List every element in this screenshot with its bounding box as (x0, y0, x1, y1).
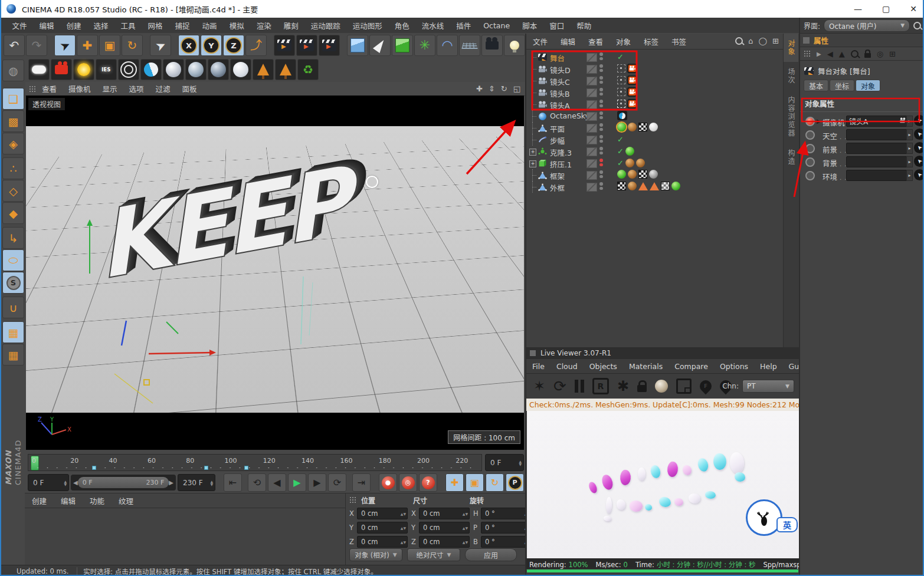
texture-mode-button[interactable]: ▩ (2, 110, 24, 132)
octane-daylight-button[interactable] (73, 59, 94, 80)
octane-ies-light-button[interactable]: IES (96, 59, 117, 80)
layer-color-chip[interactable] (586, 183, 597, 192)
viewport-menu-过滤[interactable]: 过滤 (150, 83, 176, 94)
redo-button[interactable]: ↷ (26, 35, 47, 56)
viewport-navigation-button[interactable]: ⬭ (2, 249, 24, 271)
menu-item-动画[interactable]: 动画 (196, 20, 223, 31)
field-input[interactable]: 0 cm▲▼ (357, 508, 408, 519)
record-keyframe-button[interactable]: ● (379, 473, 397, 492)
z-axis-lock[interactable]: Z (223, 35, 244, 56)
lv-menu-cloud[interactable]: Cloud (551, 362, 584, 371)
octane-live-viewer-button[interactable] (28, 59, 50, 80)
menu-item-创建[interactable]: 创建 (60, 20, 87, 31)
scale-tool[interactable]: ▣ (99, 35, 120, 56)
panel-handle[interactable] (29, 85, 36, 93)
previous-frame-button[interactable]: ◀ (268, 473, 286, 492)
next-key-button[interactable]: ⟳ (328, 473, 346, 492)
link-menu-button[interactable]: ▸ (906, 143, 913, 154)
material-menu-纹理[interactable]: 纹理 (112, 495, 140, 506)
autokey-button[interactable]: ◎ (399, 473, 417, 492)
radio-环境[interactable] (805, 171, 815, 180)
range-left-arrow[interactable]: ◀ (73, 479, 78, 486)
layer-color-chip[interactable] (586, 159, 597, 168)
compositing-tag[interactable] (638, 123, 647, 131)
filter-icon[interactable]: ▲ (839, 50, 845, 58)
visibility-dots[interactable] (599, 182, 603, 190)
menu-item-捕捉[interactable]: 捕捉 (169, 20, 196, 31)
radio-前景[interactable] (805, 144, 815, 153)
move-tool[interactable]: ✚ (77, 35, 98, 56)
camera-target-tag-active[interactable] (617, 100, 625, 108)
target-icon[interactable]: ◎ (877, 50, 883, 58)
material-menu-功能[interactable]: 功能 (83, 495, 112, 506)
deformer-menu-button[interactable]: ◠ (437, 35, 458, 56)
radio-摄像机[interactable] (805, 117, 815, 126)
timeline-frame-spinner[interactable]: 0 F▲▼ (485, 454, 524, 471)
axis-mode-button[interactable]: ↳ (2, 227, 24, 249)
menu-item-选择[interactable]: 选择 (87, 20, 114, 31)
material-menu-创建[interactable]: 创建 (25, 495, 54, 506)
material-tag-green[interactable] (625, 147, 634, 156)
focus-picker-icon[interactable]: F (697, 378, 714, 394)
next-frame-button[interactable]: ▶ (308, 473, 326, 492)
frame-range-slider[interactable]: ◀ 0 F 230 F ▶ (71, 475, 176, 491)
interface-dropdown[interactable]: Octane (用户)▼ (824, 19, 910, 32)
y-axis-lock[interactable]: Y (201, 35, 222, 56)
lv-menu-materials[interactable]: Materials (623, 362, 669, 371)
material-tag-brown[interactable] (628, 123, 637, 131)
lock-resolution-icon[interactable] (637, 385, 647, 392)
coordinate-system-toggle[interactable]: ⤴ (245, 35, 267, 56)
field-stepper[interactable]: ▲▼ (401, 541, 406, 544)
octane-camera-tag[interactable] (627, 75, 637, 85)
visibility-dots[interactable] (599, 170, 603, 178)
render-to-picture-viewer-button[interactable] (296, 35, 317, 56)
field-input[interactable]: 0 °▲▼ (481, 536, 532, 548)
workplane-mode-button[interactable]: ◈ (2, 133, 24, 154)
radio-天空[interactable] (805, 130, 815, 140)
visibility-dots[interactable] (599, 111, 603, 119)
visibility-dots[interactable] (599, 159, 603, 166)
field-input[interactable]: 0 cm▲▼ (419, 522, 470, 534)
render-preview-image[interactable]: 英 (527, 411, 799, 558)
panel-handle[interactable] (804, 50, 811, 57)
link-menu-button[interactable]: ▸ (906, 170, 913, 181)
camera-target-tag[interactable] (617, 88, 625, 96)
key-parameter-toggle[interactable]: P (506, 473, 524, 492)
material-tag-white[interactable] (649, 123, 658, 131)
visibility-dots[interactable] (599, 52, 603, 60)
link-menu-button[interactable]: ▸ (906, 116, 913, 127)
viewport-maximize-icon[interactable]: ◱ (513, 84, 520, 93)
octane-vegetation-button[interactable] (275, 59, 296, 80)
search-icon[interactable] (913, 22, 921, 29)
layer-color-chip[interactable] (586, 100, 597, 109)
menu-item-运动图形[interactable]: 运动图形 (346, 20, 388, 31)
ime-language-badge[interactable]: 英 (776, 517, 798, 532)
menu-item-运动跟踪[interactable]: 运动跟踪 (304, 20, 346, 31)
make-editable-button[interactable]: ◍ (2, 60, 24, 81)
history-back-icon[interactable]: ◀ (827, 50, 833, 58)
compositing-tag[interactable] (661, 182, 670, 190)
link-field-前景[interactable] (846, 143, 910, 154)
menu-item-模拟[interactable]: 模拟 (223, 20, 250, 31)
region-render-icon[interactable]: R (592, 378, 609, 394)
goto-start-button[interactable]: ⇤ (224, 473, 242, 492)
picture-in-picture-icon[interactable] (676, 378, 692, 394)
pick-object-button[interactable]: ➤ (914, 142, 924, 153)
add-primitive-cube-button[interactable] (347, 35, 368, 56)
polygon-selection-tag[interactable] (638, 182, 648, 190)
om-menu-书签[interactable]: 书签 (665, 36, 693, 47)
points-mode-button[interactable]: ∴ (2, 157, 24, 179)
link-field-背景[interactable] (846, 156, 910, 167)
pick-object-button[interactable]: ➤ (914, 156, 924, 167)
size-mode-dropdown[interactable]: 绝对尺寸▼ (407, 548, 460, 561)
field-input[interactable]: 0 cm▲▼ (419, 536, 470, 548)
octane-camera-button[interactable] (51, 59, 72, 80)
compositing-tag[interactable] (617, 182, 626, 190)
side-tab-构造[interactable]: 构造 (784, 143, 798, 172)
visibility-dots[interactable] (599, 147, 603, 154)
history-forward-small-icon[interactable]: ▶ (817, 51, 821, 57)
object-row-镜头C[interactable]: 镜头C (527, 75, 781, 87)
last-used-tool[interactable]: ➤ (150, 35, 171, 56)
side-tab-对象[interactable]: 对象 (784, 34, 798, 62)
layer-color-chip[interactable] (586, 77, 597, 85)
